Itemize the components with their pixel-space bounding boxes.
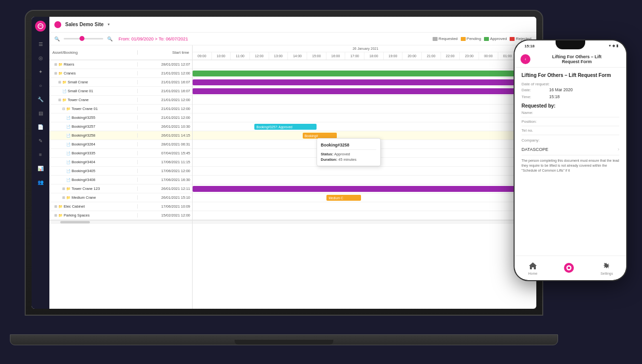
table-row[interactable]: 📄Booking#3264 28/01/2021 06:31 — [49, 140, 192, 149]
table-row[interactable]: ⊟📁Tower Crane 01 21/01/2021 12:00 — [49, 105, 192, 113]
phone-bottom-nav: Home Settings — [515, 255, 626, 280]
table-row[interactable]: ⊞📁Tower Crane 123 26/01/2021 12:11 — [49, 184, 192, 193]
phone-header: ‹ Lifting For Others – LiftRequest Form — [515, 51, 626, 68]
gantt-bar-tower123[interactable] — [193, 186, 536, 192]
horizontal-scrollbar-right[interactable] — [193, 220, 536, 224]
company-arrow-icon: › — [618, 146, 619, 152]
date-label: Date: — [522, 88, 546, 92]
gantt-bar-cranes[interactable] — [193, 71, 536, 76]
sidebar-icon-wrench[interactable]: 🔧 — [36, 95, 45, 104]
table-row-highlighted[interactable]: 📄Booking#3258 26/01/2021 14:15 — [49, 131, 192, 140]
phone-back-button[interactable]: ‹ — [521, 54, 530, 64]
scene: ☰ ◎ ✦ ○ 🔧 ▤ 📄 ✎ ≡ 📊 👥 — [0, 0, 642, 364]
home-nav-label: Home — [528, 272, 537, 275]
site-dropdown-arrow[interactable]: ▾ — [108, 22, 110, 27]
expand-icon[interactable]: ⊞ — [58, 98, 61, 102]
table-row[interactable]: 📄Booking#3255 21/01/2021 12:00 — [49, 113, 192, 122]
laptop-screen: ☰ ◎ ✦ ○ 🔧 ▤ 📄 ✎ ≡ 📊 👥 — [32, 17, 536, 309]
svg-point-2 — [568, 266, 570, 269]
table-row[interactable]: 📄Small Crane 01 21/01/2021 16:07 — [49, 87, 192, 96]
time-field-row: Time: 15:18 — [522, 94, 619, 99]
gantt-bar-small-crane-01[interactable] — [193, 88, 536, 94]
table-row[interactable]: ⊞📁Small Crane 21/01/2021 16:07 — [49, 78, 192, 87]
expand-icon[interactable]: ⊞ — [54, 63, 57, 67]
sidebar-icon-graph[interactable]: 📊 — [36, 164, 45, 173]
app-logo — [35, 21, 46, 32]
time-cell: 12:00 — [250, 52, 269, 60]
row-asset: ⊞📁Risers — [49, 62, 138, 67]
company-row[interactable]: DATASCOPE › — [522, 144, 619, 155]
phone-disclaimer: The person completing this document must… — [522, 158, 619, 173]
expand-icon[interactable]: ⊞ — [54, 214, 57, 218]
table-row[interactable]: 📄Booking#3257 26/01/2021 10:30 — [49, 122, 192, 131]
zoom-slider[interactable] — [64, 38, 103, 39]
expand-icon[interactable]: ⊟ — [62, 107, 65, 111]
row-asset: 📄Booking#3335 — [49, 151, 138, 155]
sidebar-icon-list[interactable]: ≡ — [36, 150, 45, 159]
expand-icon[interactable]: ⊞ — [62, 187, 65, 191]
nav-item-settings[interactable]: Settings — [601, 261, 613, 275]
time-value: 15:18 — [549, 94, 619, 99]
row-asset: 📄Booking#3405 — [49, 169, 138, 173]
table-row[interactable]: 📄Booking#3335 07/04/2021 15:45 — [49, 149, 192, 158]
row-start: 21/01/2021 12:00 — [138, 115, 192, 120]
time-cell: 11:00 — [231, 52, 250, 60]
slider-track — [64, 38, 103, 39]
slider-thumb — [80, 36, 84, 41]
position-label: Position: — [522, 119, 546, 124]
sidebar-icon-tools[interactable]: ✦ — [36, 67, 45, 76]
table-row[interactable]: ⊞📁Tower Crane 21/01/2021 12:00 — [49, 96, 192, 105]
sidebar-icon-edit[interactable]: ✎ — [36, 136, 45, 145]
site-name: Sales Demo Site — [65, 22, 104, 27]
table-row[interactable]: 📄Booking#3405 17/06/2021 12:00 — [49, 167, 192, 176]
legend-approved-label: Approved — [490, 36, 507, 41]
phone-screen: 15:18 ▾ ◈ ▮ ‹ Lifting For Others – LiftR… — [515, 40, 626, 280]
sidebar-icon-folder[interactable]: ▤ — [36, 109, 45, 117]
legend-pending: Pending — [461, 36, 481, 41]
table-row[interactable]: 📄Booking#3408 17/06/2021 16:30 — [49, 176, 192, 184]
table-row[interactable]: ⊞📁Elec Cabinet 17/06/2021 10:09 — [49, 202, 192, 211]
expand-icon[interactable]: ⊞ — [58, 80, 61, 84]
row-asset: 📄Small Crane 01 — [49, 89, 138, 93]
row-asset: 📄Booking#3257 — [49, 124, 138, 129]
horizontal-scrollbar[interactable] — [49, 220, 192, 224]
sidebar-icon-document[interactable]: 📄 — [36, 122, 45, 131]
expand-icon[interactable]: ⊞ — [54, 72, 57, 75]
row-start: 21/01/2021 12:00 — [138, 107, 192, 111]
requested-by-heading: Requested by: — [522, 103, 619, 109]
gantt-bar-3257[interactable]: Booking#3257: Approved — [254, 124, 316, 130]
table-row[interactable]: ⊞📁Parking Spaces 15/02/2021 12:00 — [49, 211, 192, 220]
row-asset: 📄Booking#3408 — [49, 178, 138, 182]
gantt-bar-medium-crane[interactable]: Medium C — [326, 195, 361, 201]
laptop-trackpad — [235, 340, 333, 345]
bar-row — [193, 167, 536, 176]
settings-nav-label: Settings — [601, 272, 613, 275]
time-date-row: 26 January 2021 DAILY — [193, 45, 536, 52]
row-start: 21/01/2021 12:00 — [138, 71, 192, 75]
bar-row — [193, 211, 536, 220]
nav-item-center[interactable] — [564, 263, 574, 274]
bar-row-highlighted: Booking# Booking#3258 Status: Approved — [193, 131, 536, 140]
laptop-base — [10, 334, 558, 345]
sidebar-icon-menu[interactable]: ☰ — [36, 39, 45, 48]
expand-icon[interactable]: ⊞ — [54, 205, 57, 209]
table-row[interactable]: ⊞📁Medium Crane 26/01/2021 15:10 — [49, 193, 192, 202]
table-row[interactable]: ⊞📁Risers 28/01/2021 12:07 — [49, 60, 192, 69]
sidebar-icon-users[interactable]: 👥 — [36, 178, 45, 186]
legend-rejected-color — [510, 37, 515, 41]
tooltip-status-row: Status: Approved — [321, 152, 376, 156]
settings-icon — [602, 261, 612, 271]
row-start: 28/01/2021 12:07 — [138, 62, 192, 67]
bar-row — [193, 113, 536, 122]
file-icon: 📄 — [66, 151, 71, 155]
sidebar-icon-dashboard[interactable]: ◎ — [36, 53, 45, 62]
file-icon: 📄 — [66, 134, 71, 138]
expand-icon[interactable]: ⊞ — [62, 196, 65, 200]
table-row[interactable]: ⊞📁Cranes 21/01/2021 12:00 — [49, 69, 192, 78]
sidebar-icon-circle[interactable]: ○ — [36, 81, 45, 90]
sidebar: ☰ ◎ ✦ ○ 🔧 ▤ 📄 ✎ ≡ 📊 👥 — [32, 17, 49, 309]
nav-item-home[interactable]: Home — [528, 261, 538, 275]
wifi-icon: ◈ — [612, 44, 615, 48]
gantt-bar-small-crane[interactable] — [193, 79, 536, 85]
table-row[interactable]: 📄Booking#3404 17/06/2021 11:15 — [49, 158, 192, 167]
